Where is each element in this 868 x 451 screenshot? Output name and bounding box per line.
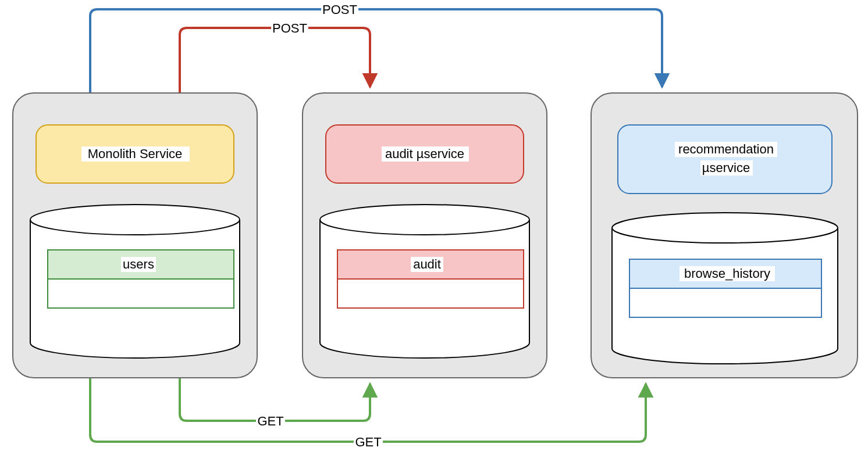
svg-rect-15 — [618, 125, 832, 194]
audit-db: audit — [320, 205, 529, 358]
audit-table-label: audit — [413, 257, 441, 271]
reco-service-box: recommendation µservice — [618, 125, 832, 194]
reco-service-label-2: µservice — [702, 160, 750, 175]
reco-db: browse_history — [612, 213, 838, 364]
edge-post-red-label: POST — [272, 21, 307, 35]
audit-service-label: audit µservice — [385, 146, 464, 161]
svg-rect-20 — [629, 288, 821, 317]
browse-history-table: browse_history — [629, 259, 821, 317]
reco-service-label-1: recommendation — [678, 142, 774, 156]
edge-get-audit-label: GET — [257, 414, 283, 428]
edge-post-blue — [90, 9, 662, 93]
svg-point-3 — [30, 205, 240, 235]
monolith-service-box: Monolith Service — [36, 125, 234, 183]
svg-point-10 — [320, 205, 529, 235]
svg-rect-12 — [337, 279, 524, 308]
svg-rect-5 — [48, 279, 234, 308]
edge-post-red — [180, 28, 370, 93]
svg-point-18 — [612, 213, 838, 243]
edge-get-reco — [90, 378, 646, 442]
monolith-container: Monolith Service users — [13, 93, 257, 378]
audit-container: audit µservice audit — [303, 93, 547, 378]
monolith-db: users — [30, 205, 240, 358]
users-table-label: users — [123, 257, 154, 271]
users-table: users — [48, 250, 234, 308]
audit-table: audit — [337, 250, 524, 308]
browse-history-table-label: browse_history — [684, 266, 770, 281]
monolith-service-label: Monolith Service — [88, 146, 183, 161]
edge-post-blue-label: POST — [322, 2, 357, 17]
reco-container: recommendation µservice browse_history — [591, 93, 858, 378]
audit-service-box: audit µservice — [326, 125, 524, 183]
architecture-diagram: Monolith Service users audit µservice — [0, 0, 868, 451]
edge-get-reco-label: GET — [355, 435, 381, 449]
